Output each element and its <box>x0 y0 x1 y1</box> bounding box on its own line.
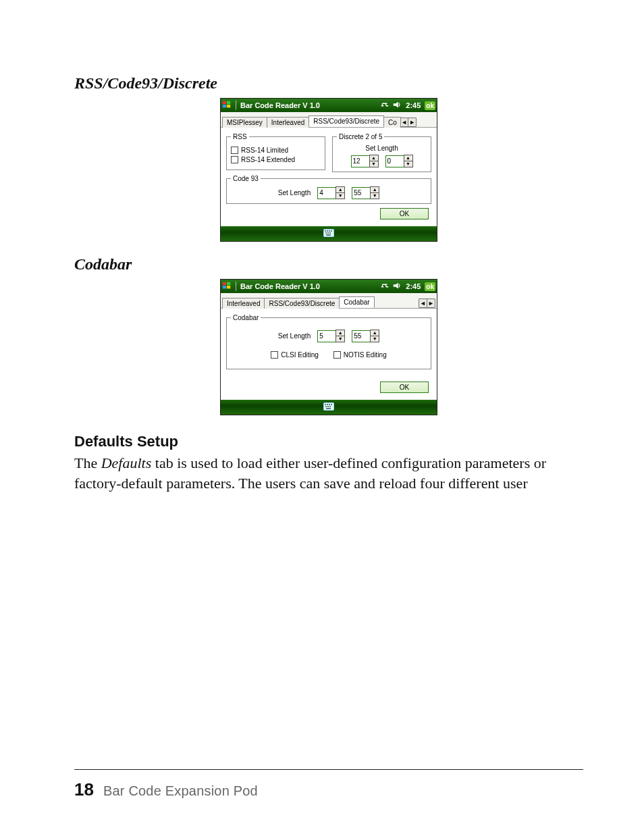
page-number: 18 <box>74 779 94 800</box>
heading-codabar: Codabar <box>74 255 583 273</box>
tab-msiplessey[interactable]: MSIPlessey <box>222 117 267 128</box>
connectivity-icon[interactable] <box>380 100 390 111</box>
svg-rect-3 <box>227 105 230 107</box>
spinner-value[interactable]: 0 <box>385 155 404 167</box>
codabar-min-spinner[interactable]: 5 ▲▼ <box>317 330 345 342</box>
ok-pill[interactable]: ok <box>425 101 435 110</box>
spinner-value[interactable]: 5 <box>317 330 336 342</box>
svg-rect-22 <box>329 404 330 405</box>
footer-rule <box>74 769 583 770</box>
ok-pill[interactable]: ok <box>425 282 435 291</box>
d25-max-spinner[interactable]: 0 ▲▼ <box>385 155 413 167</box>
svg-rect-25 <box>327 406 329 407</box>
spinner-up-icon[interactable]: ▲ <box>336 330 345 336</box>
spinner-down-icon[interactable]: ▼ <box>336 193 345 199</box>
spinner-down-icon[interactable]: ▼ <box>370 336 379 342</box>
svg-rect-7 <box>327 230 328 232</box>
app-title: Bar Code Reader V 1.0 <box>240 282 320 290</box>
tab-scroll-left[interactable]: ◄ <box>400 118 408 126</box>
svg-rect-14 <box>223 282 226 285</box>
tab-bar: Interleaved RSS/Code93/Discrete Codabar … <box>221 293 437 309</box>
screenshot-codabar: Bar Code Reader V 1.0 2:45 ok Interleave… <box>74 279 583 415</box>
svg-rect-15 <box>227 282 230 285</box>
svg-rect-11 <box>327 232 329 234</box>
clock: 2:45 <box>406 282 421 290</box>
group-code93-legend: Code 93 <box>231 175 261 182</box>
svg-rect-10 <box>325 232 327 234</box>
spinner-value[interactable]: 55 <box>352 187 371 199</box>
spinner-value[interactable]: 55 <box>352 330 371 342</box>
svg-rect-20 <box>325 404 326 405</box>
ok-button[interactable]: OK <box>380 382 429 393</box>
svg-rect-12 <box>329 232 331 234</box>
checkbox-notis-editing[interactable]: NOTIS Editing <box>333 351 387 359</box>
set-length-label: Set Length <box>337 145 427 152</box>
titlebar: Bar Code Reader V 1.0 2:45 ok <box>221 99 437 112</box>
svg-rect-6 <box>325 230 326 232</box>
checkbox-icon <box>231 147 238 154</box>
paragraph-defaults: The Defaults tab is used to load either … <box>74 453 583 493</box>
codabar-max-spinner[interactable]: 55 ▲▼ <box>352 330 379 342</box>
spinner-up-icon[interactable]: ▲ <box>370 186 379 193</box>
tab-codabar-partial[interactable]: Co <box>383 117 401 128</box>
svg-rect-1 <box>227 101 230 104</box>
tab-scroll-left[interactable]: ◄ <box>419 299 427 307</box>
spinner-down-icon[interactable]: ▼ <box>404 161 413 167</box>
svg-rect-26 <box>329 406 331 407</box>
spinner-down-icon[interactable]: ▼ <box>336 336 345 342</box>
tab-scroll-right[interactable]: ► <box>427 299 435 307</box>
spinner-value[interactable]: 4 <box>317 187 336 199</box>
titlebar-separator <box>236 282 236 291</box>
connectivity-icon[interactable] <box>380 281 390 292</box>
volume-icon[interactable] <box>392 100 402 111</box>
tab-codabar[interactable]: Codabar <box>339 296 374 308</box>
ok-button[interactable]: OK <box>380 208 429 219</box>
tab-scroll: ◄ ► <box>400 118 417 127</box>
checkbox-rss14-extended[interactable]: RSS-14 Extended <box>231 156 321 163</box>
spinner-down-icon[interactable]: ▼ <box>369 161 379 167</box>
spinner-value[interactable]: 12 <box>351 155 370 167</box>
d25-min-spinner[interactable]: 12 ▲▼ <box>351 155 379 167</box>
keyboard-icon[interactable] <box>323 229 334 238</box>
checkbox-label: RSS-14 Limited <box>241 147 288 154</box>
tab-rss-code93-discrete[interactable]: RSS/Code93/Discrete <box>264 298 340 309</box>
spinner-up-icon[interactable]: ▲ <box>336 186 345 193</box>
svg-rect-24 <box>325 406 327 407</box>
heading-defaults-setup: Defaults Setup <box>74 433 583 450</box>
tab-interleaved[interactable]: Interleaved <box>222 298 265 309</box>
sip-bar <box>221 400 437 415</box>
tab-scroll-right[interactable]: ► <box>408 118 416 126</box>
spinner-up-icon[interactable]: ▲ <box>369 155 379 161</box>
start-icon[interactable] <box>222 100 232 111</box>
group-codabar: Codabar Set Length 5 ▲▼ 55 ▲▼ <box>226 314 431 369</box>
group-discrete-2of5: Discrete 2 of 5 Set Length 12 ▲▼ 0 ▲▼ <box>332 133 431 172</box>
svg-rect-9 <box>331 230 332 232</box>
spinner-up-icon[interactable]: ▲ <box>370 330 379 336</box>
spinner-up-icon[interactable]: ▲ <box>404 155 413 161</box>
checkbox-label: CLSI Editing <box>281 351 319 359</box>
svg-rect-0 <box>223 101 226 104</box>
clock: 2:45 <box>406 101 421 109</box>
tab-scroll: ◄ ► <box>419 298 435 308</box>
group-codabar-legend: Codabar <box>231 314 261 321</box>
titlebar: Bar Code Reader V 1.0 2:45 ok <box>221 280 437 293</box>
checkbox-clsi-editing[interactable]: CLSI Editing <box>271 351 319 359</box>
spinner-down-icon[interactable]: ▼ <box>370 193 379 199</box>
checkbox-icon <box>271 351 278 359</box>
svg-rect-13 <box>326 234 331 236</box>
volume-icon[interactable] <box>392 281 402 292</box>
set-length-label: Set Length <box>278 332 311 340</box>
heading-rss: RSS/Code93/Discrete <box>74 74 583 93</box>
tab-interleaved[interactable]: Interleaved <box>267 117 309 128</box>
start-icon[interactable] <box>222 281 232 292</box>
checkbox-icon <box>231 156 238 163</box>
keyboard-icon[interactable] <box>323 402 334 412</box>
checkbox-rss14-limited[interactable]: RSS-14 Limited <box>231 147 321 154</box>
tab-rss-code93-discrete[interactable]: RSS/Code93/Discrete <box>308 115 384 127</box>
checkbox-icon <box>333 351 341 359</box>
svg-marker-18 <box>394 283 398 289</box>
code93-max-spinner[interactable]: 55 ▲▼ <box>352 186 379 199</box>
titlebar-separator <box>236 101 236 110</box>
group-d25-legend: Discrete 2 of 5 <box>337 133 384 140</box>
code93-min-spinner[interactable]: 4 ▲▼ <box>317 186 345 199</box>
